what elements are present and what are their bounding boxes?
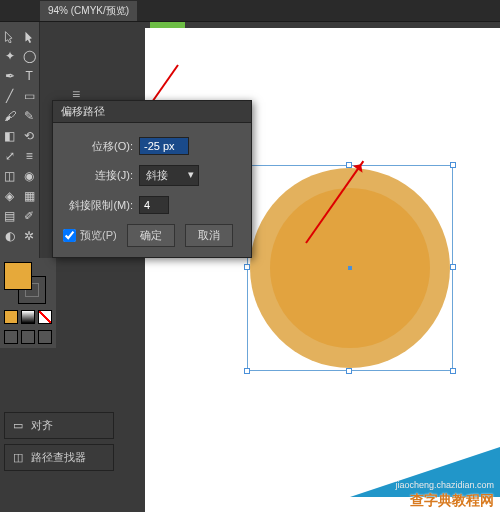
dialog-title: 偏移路径 — [53, 101, 251, 123]
resize-handle-tr[interactable] — [450, 162, 456, 168]
free-transform-tool[interactable]: ◫ — [0, 166, 20, 186]
pathfinder-label: 路径查找器 — [31, 450, 86, 465]
resize-handle-br[interactable] — [450, 368, 456, 374]
toolbox: ✦ ◯ ✒ T ╱ ▭ 🖌 ✎ ◧ ⟲ ⤢ ≡ ◫ ◉ ◈ ▦ ▤ ✐ ◐ ✲ — [0, 22, 40, 262]
watermark: jiaocheng.chazidian.com 查字典教程网 — [350, 452, 500, 512]
document-tabbar: 94% (CMYK/预览) — [0, 0, 500, 22]
align-label: 对齐 — [31, 418, 53, 433]
mini-swatch-color[interactable] — [4, 310, 18, 324]
document-tab[interactable]: 94% (CMYK/预览) — [40, 1, 137, 21]
offset-label: 位移(O): — [63, 139, 133, 154]
preview-checkbox-input[interactable] — [63, 229, 76, 242]
mesh-tool[interactable]: ▦ — [20, 186, 40, 206]
ok-button[interactable]: 确定 — [127, 224, 175, 247]
join-label: 连接(J): — [63, 168, 133, 183]
paintbrush-tool[interactable]: 🖌 — [0, 106, 20, 126]
resize-handle-mr[interactable] — [450, 264, 456, 270]
resize-handle-tm[interactable] — [346, 162, 352, 168]
eraser-tool[interactable]: ◧ — [0, 126, 20, 146]
line-tool[interactable]: ╱ — [0, 86, 20, 106]
watermark-sub: jiaocheng.chazidian.com — [395, 480, 494, 490]
join-select[interactable]: 斜接 ▾ — [139, 165, 199, 186]
scale-tool[interactable]: ⤢ — [0, 146, 20, 166]
cancel-button[interactable]: 取消 — [185, 224, 233, 247]
align-panel-row[interactable]: ▭ 对齐 — [5, 413, 113, 438]
perspective-tool[interactable]: ◈ — [0, 186, 20, 206]
rotate-tool[interactable]: ⟲ — [20, 126, 40, 146]
pen-tool[interactable]: ✒ — [0, 66, 20, 86]
eyedropper-tool[interactable]: ✐ — [20, 206, 40, 226]
resize-handle-ml[interactable] — [244, 264, 250, 270]
selection-bounding-box[interactable] — [247, 165, 453, 371]
fill-stroke-swatch[interactable] — [4, 262, 46, 304]
preview-checkbox[interactable]: 预览(P) — [63, 228, 117, 243]
width-tool[interactable]: ≡ — [20, 146, 40, 166]
fill-swatch[interactable] — [4, 262, 32, 290]
resize-handle-bm[interactable] — [346, 368, 352, 374]
preview-label: 预览(P) — [80, 228, 117, 243]
pathfinder-panel: ◫ 路径查找器 — [4, 444, 114, 471]
symbol-sprayer-tool[interactable]: ✲ — [20, 226, 40, 246]
miter-limit-input[interactable] — [139, 196, 169, 214]
blend-tool[interactable]: ◐ — [0, 226, 20, 246]
mode-swatch-inside[interactable] — [38, 330, 52, 344]
rectangle-tool[interactable]: ▭ — [20, 86, 40, 106]
chevron-down-icon: ▾ — [188, 168, 194, 183]
resize-handle-bl[interactable] — [244, 368, 250, 374]
align-panel: ▭ 对齐 — [4, 412, 114, 439]
selection-tool[interactable] — [0, 26, 20, 46]
direct-selection-tool[interactable] — [20, 26, 40, 46]
gradient-tool[interactable]: ▤ — [0, 206, 20, 226]
selection-center-icon — [348, 266, 352, 270]
mini-swatch-gradient[interactable] — [21, 310, 35, 324]
pathfinder-icon: ◫ — [11, 451, 25, 465]
mode-swatch-behind[interactable] — [21, 330, 35, 344]
color-swatch-panel — [0, 258, 56, 348]
magic-wand-tool[interactable]: ✦ — [0, 46, 20, 66]
join-select-value: 斜接 — [146, 168, 168, 183]
miter-label: 斜接限制(M): — [63, 198, 133, 213]
mode-swatch-normal[interactable] — [4, 330, 18, 344]
offset-input[interactable] — [139, 137, 189, 155]
shape-builder-tool[interactable]: ◉ — [20, 166, 40, 186]
pencil-tool[interactable]: ✎ — [20, 106, 40, 126]
mini-swatch-none[interactable] — [38, 310, 52, 324]
align-icon: ▭ — [11, 419, 25, 433]
type-tool[interactable]: T — [20, 66, 40, 86]
watermark-main: 查字典教程网 — [410, 492, 494, 510]
offset-path-dialog: 偏移路径 位移(O): 连接(J): 斜接 ▾ 斜接限制(M): 预览(P) 确… — [52, 100, 252, 258]
pathfinder-panel-row[interactable]: ◫ 路径查找器 — [5, 445, 113, 470]
lasso-tool[interactable]: ◯ — [20, 46, 40, 66]
